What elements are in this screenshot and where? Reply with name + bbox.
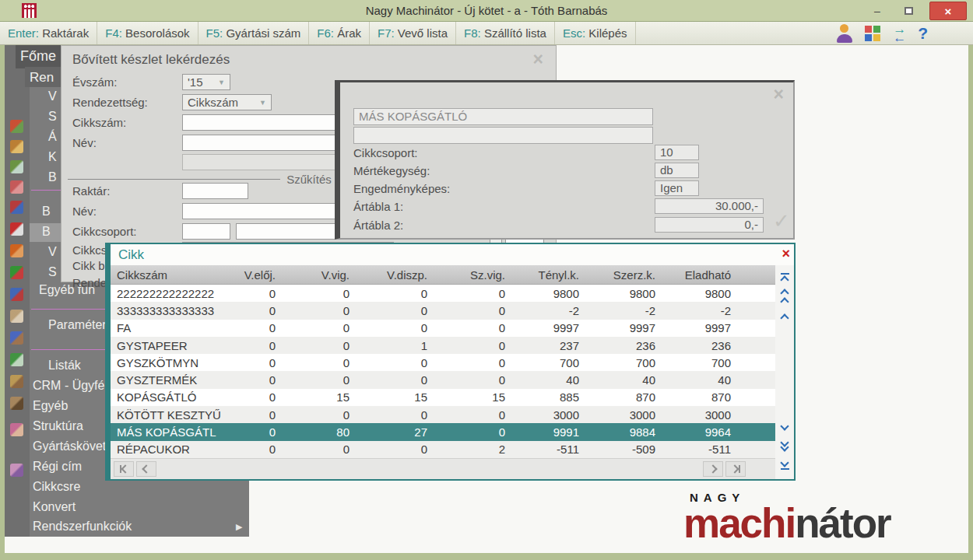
scroll-pageup-icon[interactable]	[777, 289, 792, 304]
column-header-4[interactable]: V.diszp.	[360, 268, 438, 282]
sidebar-item-gy-rt-sk-vet[interactable]: Gyártáskövet	[33, 439, 106, 457]
menu-button-enter[interactable]: Enter: Raktárak	[0, 22, 97, 44]
sidebar-item-f-me[interactable]: Főme	[20, 48, 56, 65]
cell-value: 700	[666, 356, 742, 369]
sidebar-item-strukt-ra[interactable]: Struktúra	[33, 419, 83, 436]
confirm-check-icon[interactable]: ✓	[773, 209, 790, 233]
cikk-nev2-field	[353, 127, 653, 144]
menu-button-f7[interactable]: F7: Vevő lista	[370, 22, 456, 44]
sidebar-separator	[31, 309, 106, 310]
help-icon[interactable]: ?	[918, 24, 928, 43]
table-row[interactable]: MÁS KOPÁSGÁTL080270999198849964	[111, 423, 775, 440]
cell-cikkszam: GYSZKÖTMYN	[111, 356, 241, 369]
sidebar-item-v[interactable]: V	[48, 245, 57, 262]
menu-button-f8[interactable]: F8: Szállító lista	[456, 22, 555, 44]
table-row[interactable]: FA0000999799979997	[111, 320, 775, 337]
rendezettseg-dropdown[interactable]: Cikkszám▼	[182, 94, 272, 110]
scroll-up-icon[interactable]	[777, 309, 792, 324]
cikk-table-close-icon[interactable]: ×	[782, 246, 790, 262]
sidebar-item-s[interactable]: S	[48, 265, 57, 282]
cell-value: 0	[286, 408, 360, 422]
scroll-bottom-icon[interactable]	[777, 457, 792, 472]
evszam-value: '15	[188, 75, 203, 89]
sidebar-item-r-gi-c-m[interactable]: Régi cím	[33, 460, 82, 477]
close-button[interactable]: ×	[929, 2, 967, 20]
table-row[interactable]: 2222222222222220000980098009800	[111, 285, 775, 302]
apps-grid-icon[interactable]	[865, 26, 881, 42]
nagy-machinator-logo: NAGY machinátor	[683, 491, 890, 543]
table-row[interactable]: GYSZTERMÉK0000404040	[111, 371, 775, 388]
cikkcsoport-code-input[interactable]	[182, 223, 230, 240]
sidebar-item-v[interactable]: V	[48, 89, 57, 107]
dialog2-close-icon[interactable]: ×	[774, 86, 784, 103]
column-header-8[interactable]: Eladható	[666, 268, 742, 282]
evszam-dropdown[interactable]: '15▼	[182, 74, 230, 90]
cell-value: 0	[241, 408, 286, 422]
menu-item-label: Vevő lista	[398, 26, 448, 40]
rt-bla-2-label: Ártábla 2:	[353, 219, 403, 232]
sidebar-separator	[31, 349, 106, 350]
transfer-arrows-icon[interactable]: →←	[893, 25, 906, 42]
sidebar-mini-icon-16	[10, 464, 23, 477]
raktar-input[interactable]	[182, 183, 248, 199]
menu-button-esc[interactable]: Esc: Kilépés	[555, 22, 636, 44]
column-header-7[interactable]: Szerz.k.	[590, 268, 666, 282]
column-header-5[interactable]: Sz.vig.	[438, 268, 516, 282]
cell-value: 0	[241, 287, 286, 300]
cell-cikkszam: 333333333333333	[111, 304, 241, 317]
column-header-2[interactable]: V.előj.	[241, 268, 286, 282]
scroll-down-icon[interactable]	[777, 419, 792, 435]
sidebar-item-konvert[interactable]: Konvert	[33, 500, 76, 517]
sidebar-item-rendszerfunkci-k[interactable]: Rendszerfunkciók	[33, 520, 132, 537]
table-row[interactable]: KOPÁSGÁTLÓ0151515885870870	[111, 389, 775, 406]
sidebar-item-param-ter[interactable]: Paraméter	[48, 318, 107, 335]
column-header-3[interactable]: V.vig.	[286, 268, 360, 282]
prev-page-icon[interactable]	[136, 461, 156, 477]
m-rt-kegys-g-label: Mértékegység:	[353, 164, 430, 177]
first-page-icon[interactable]	[114, 461, 134, 477]
last-page-icon[interactable]	[725, 461, 746, 477]
sidebar-item-b[interactable]: B	[48, 170, 57, 187]
cell-value: 9997	[516, 321, 590, 334]
column-header-6[interactable]: Tényl.k.	[516, 268, 590, 282]
rendezettseg-value: Cikkszám	[188, 96, 238, 109]
cell-value: 3000	[666, 408, 742, 422]
table-row[interactable]: RÉPACUKOR0002-511-509-511	[111, 441, 775, 458]
next-page-icon[interactable]	[703, 461, 723, 477]
maximize-button[interactable]	[895, 2, 922, 20]
user-icon[interactable]	[836, 24, 853, 43]
cell-value: 0	[241, 443, 286, 456]
scroll-top-icon[interactable]	[777, 270, 792, 285]
menu-button-f5[interactable]: F5: Gyártási szám	[198, 22, 310, 44]
sidebar-item-b[interactable]: B	[42, 225, 51, 242]
sidebar-item-item[interactable]: Á	[48, 130, 57, 147]
cell-cikkszam: MÁS KOPÁSGÁTL	[111, 425, 241, 439]
menu-button-f6[interactable]: F6: Árak	[309, 22, 370, 44]
sidebar-item-ren[interactable]: Ren	[30, 70, 54, 87]
sidebar-item-list-k[interactable]: Listák	[48, 359, 81, 376]
menu-item-label: Szállító lista	[484, 26, 546, 40]
table-row[interactable]: 3333333333333330000-2-2-2	[111, 302, 775, 319]
cikk-table-window: Cikk × CikkszámV.előj.V.vig.V.diszp.Sz.v…	[105, 243, 796, 481]
sidebar-item-k[interactable]: K	[48, 150, 57, 167]
sidebar-item-b[interactable]: B	[42, 205, 51, 222]
sidebar-item-crm-gyf[interactable]: CRM - Ügyfé	[33, 379, 104, 396]
cell-value: 0	[241, 339, 286, 352]
sidebar-item-s[interactable]: S	[48, 110, 57, 127]
cell-value: 2	[438, 443, 516, 456]
sidebar-mini-icon-6	[10, 222, 23, 236]
menu-button-f4[interactable]: F4: Besorolások	[97, 22, 198, 44]
sidebar-item-cikkcsre[interactable]: Cikkcsre	[33, 480, 80, 497]
scroll-pagedown-icon[interactable]	[777, 438, 792, 453]
sidebar-item-egy-b[interactable]: Egyéb	[33, 399, 68, 416]
menu-item-label: Árak	[337, 26, 361, 40]
dialog1-close-icon[interactable]: ×	[533, 51, 543, 68]
sidebar-mini-icon-9	[10, 288, 23, 301]
minimize-button[interactable]: –	[864, 2, 890, 20]
table-row[interactable]: KÖTÖTT KESZTYŰ0000300030003000	[111, 406, 775, 423]
cikkcsoport-name-input[interactable]	[236, 223, 339, 240]
cell-value: 0	[360, 356, 438, 369]
table-row[interactable]: GYSZKÖTMYN0000700700700	[111, 354, 775, 371]
column-header-1[interactable]: Cikkszám	[111, 268, 241, 282]
table-row[interactable]: GYSTAPEER0010237236236	[111, 337, 775, 354]
